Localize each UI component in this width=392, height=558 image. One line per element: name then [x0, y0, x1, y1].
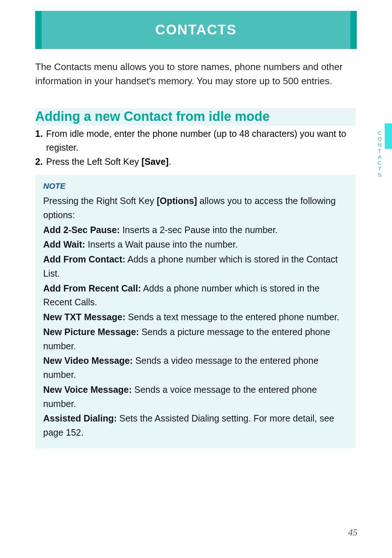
option-2-desc: Inserts a Wait pause into the number.: [85, 239, 238, 249]
option-1-desc: Inserts a 2-sec Pause into the number.: [120, 225, 278, 235]
step-2-prefix: Press the Left Soft Key: [46, 156, 142, 167]
option-2-name: Add Wait:: [43, 239, 85, 249]
page-header-title: CONTACTS: [35, 11, 357, 49]
option-6: New Picture Message: Sends a picture mes…: [43, 325, 348, 353]
step-1: 1. From idle mode, enter the phone numbe…: [35, 127, 356, 154]
option-8: New Voice Message: Sends a voice message…: [43, 383, 348, 411]
step-2-number: 2.: [35, 155, 46, 169]
note-body: Pressing the Right Soft Key [Options] al…: [43, 194, 348, 440]
option-7: New Video Message: Sends a video message…: [43, 354, 348, 382]
option-9-name: Assisted Dialing:: [43, 413, 117, 423]
step-2-bold: [Save]: [142, 156, 169, 167]
option-5-name: New TXT Message:: [43, 312, 125, 322]
option-1-name: Add 2-Sec Pause:: [43, 225, 120, 235]
step-1-number: 1.: [35, 127, 46, 154]
side-tab: [385, 123, 392, 149]
note-lead-prefix: Pressing the Right Soft Key: [43, 196, 157, 206]
step-1-text: From idle mode, enter the phone number (…: [46, 127, 356, 154]
option-3-name: Add From Contact:: [43, 254, 125, 264]
step-2: 2. Press the Left Soft Key [Save].: [35, 155, 356, 169]
step-2-suffix: .: [169, 156, 171, 167]
note-box: NOTE Pressing the Right Soft Key [Option…: [35, 175, 356, 448]
note-lead-bold: [Options]: [157, 196, 197, 206]
side-section-label: CONTACTS: [377, 130, 383, 178]
step-2-text: Press the Left Soft Key [Save].: [46, 155, 356, 169]
intro-paragraph: The Contacts menu allows you to store na…: [35, 60, 356, 88]
page-number: 45: [348, 527, 358, 538]
option-2: Add Wait: Inserts a Wait pause into the …: [43, 237, 348, 252]
section-heading: Adding a new Contact from idle mode: [35, 108, 356, 126]
option-4-name: Add From Recent Call:: [43, 283, 141, 293]
option-9: Assisted Dialing: Sets the Assisted Dial…: [43, 411, 348, 440]
option-5: New TXT Message: Sends a text message to…: [43, 310, 348, 324]
option-8-name: New Voice Message:: [43, 384, 132, 395]
option-3: Add From Contact: Adds a phone number wh…: [43, 252, 348, 281]
option-6-name: New Picture Message:: [43, 327, 139, 337]
option-4: Add From Recent Call: Adds a phone numbe…: [43, 281, 348, 310]
option-1: Add 2-Sec Pause: Inserts a 2-sec Pause i…: [43, 223, 348, 237]
option-7-name: New Video Message:: [43, 355, 133, 366]
note-label: NOTE: [43, 182, 348, 191]
steps-list: 1. From idle mode, enter the phone numbe…: [35, 127, 356, 170]
option-5-desc: Sends a text message to the entered phon…: [125, 312, 339, 322]
note-lead: Pressing the Right Soft Key [Options] al…: [43, 194, 348, 222]
